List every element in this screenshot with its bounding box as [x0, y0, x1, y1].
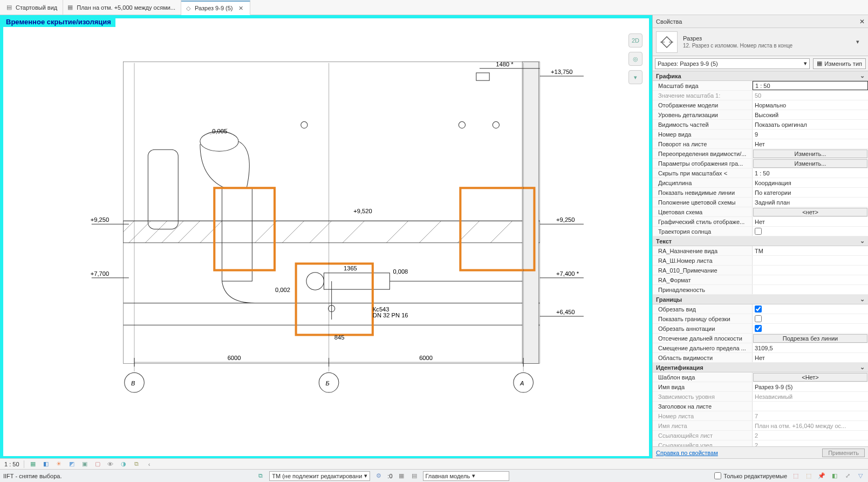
collapse-icon[interactable]: ⌄ — [860, 296, 865, 303]
prop-val-crop[interactable] — [753, 304, 868, 314]
prop-val-partvis[interactable]: Показать оригинал — [753, 120, 868, 129]
prop-val-ra-note[interactable] — [753, 266, 868, 275]
color-scheme-button[interactable]: <нет> — [753, 208, 867, 216]
svg-point-23 — [306, 273, 324, 290]
prop-val-colorpos[interactable]: Задний план — [753, 198, 868, 207]
edit-type-icon: ▦ — [817, 60, 822, 67]
prop-val-disc[interactable]: Координация — [753, 178, 868, 187]
tab-section-active[interactable]: ◇ Разрез 9-9 (5) ✕ — [181, 1, 250, 15]
close-icon[interactable]: ✕ — [859, 18, 865, 25]
svg-rect-20 — [522, 62, 538, 364]
chevron-down-icon: ▾ — [804, 60, 807, 67]
select-pinned-icon[interactable]: 📌 — [817, 472, 826, 480]
prop-val-ra-sheet[interactable] — [753, 256, 868, 265]
crop-icon[interactable]: ▣ — [80, 460, 89, 469]
instance-combo[interactable]: Разрез: Разрез 9-9 (5) ▾ — [655, 58, 810, 69]
workset-combo[interactable]: ТМ (не подлежит редактировани ▾ — [269, 471, 370, 481]
prop-val-ra-fmt[interactable] — [753, 275, 868, 284]
prop-val-sun[interactable] — [753, 227, 868, 236]
prop-val-belong[interactable] — [753, 285, 868, 294]
crop-region-icon[interactable]: ▢ — [93, 460, 102, 469]
display-options-button[interactable]: Изменить... — [753, 159, 867, 168]
chevron-down-icon[interactable]: ▾ — [856, 38, 865, 45]
prop-val-faroff[interactable]: 3109,5 — [753, 343, 868, 352]
prop-key-hidden: Показать невидимые линии — [653, 188, 753, 197]
nav-more-button[interactable]: ▾ — [628, 70, 643, 84]
detail-level-icon[interactable]: ▦ — [29, 460, 37, 469]
prop-val-cropann[interactable] — [753, 324, 868, 333]
viewcube-2d-button[interactable]: 2D — [628, 33, 643, 47]
tab-plan[interactable]: ▦ План на отм. +5,000 между осями... — [63, 0, 181, 15]
filter-icon[interactable]: ▽ — [856, 472, 865, 480]
prop-val-rot[interactable]: Нет — [753, 139, 868, 148]
visual-style-icon[interactable]: ◧ — [42, 460, 50, 469]
apply-button[interactable]: Применить — [822, 449, 865, 457]
temporary-hide-icon[interactable]: 👁 — [106, 460, 115, 469]
drawing-canvas[interactable]: Временное скрытие/изоляция 2D ◎ ▾ — [0, 15, 652, 458]
model-groups-icon[interactable]: ▦ — [397, 472, 406, 480]
prop-val-gstyle[interactable]: Нет — [753, 217, 868, 226]
view-scale[interactable]: 1 : 50 — [4, 461, 19, 467]
properties-help-link[interactable]: Справка по свойствам — [656, 450, 718, 456]
editable-filter-icon[interactable]: ⚙ — [374, 472, 383, 480]
group-ident[interactable]: Идентификация⌄ — [653, 363, 868, 372]
workset-icon[interactable]: ⧉ — [256, 472, 265, 480]
svg-line-17 — [490, 221, 512, 243]
select-underlay-icon[interactable]: ⬚ — [804, 472, 813, 480]
properties-list[interactable]: Графика⌄ Масштаб вида1 : 50 Значение мас… — [653, 71, 868, 446]
shadows-icon[interactable]: ◩ — [67, 460, 76, 469]
edit-type-button[interactable]: ▦ Изменить тип — [813, 58, 866, 69]
prop-val-modeldisp[interactable]: Нормально — [753, 100, 868, 110]
svg-rect-22 — [222, 188, 252, 281]
prop-val-hidden[interactable]: По категории — [753, 188, 868, 197]
workset-label: ТМ (не подлежит редактировани — [272, 473, 362, 479]
reveal-hidden-icon[interactable]: ◑ — [119, 460, 128, 469]
group-graphics[interactable]: Графика⌄ — [653, 71, 868, 81]
group-bounds[interactable]: Границы⌄ — [653, 295, 868, 304]
select-links-icon[interactable]: ⬚ — [791, 472, 800, 480]
group-text[interactable]: Текст⌄ — [653, 236, 868, 246]
design-options-icon[interactable]: ▤ — [410, 472, 419, 480]
collapse-icon[interactable]: ⌄ — [860, 364, 865, 371]
prop-val-scale[interactable]: 1 : 50 — [753, 81, 868, 90]
select-face-icon[interactable]: ◧ — [830, 472, 839, 480]
prop-key-viewnum: Номер вида — [653, 130, 753, 139]
prop-key-gstyle: Графический стиль отображе... — [653, 217, 753, 226]
prop-key-sun: Траектория солнца — [653, 227, 753, 236]
prop-key-tmpl: Шаблон вида — [653, 372, 753, 382]
show-crop-checkbox[interactable] — [755, 315, 762, 322]
nav-left-icon[interactable]: ‹ — [145, 460, 154, 469]
editable-only-input[interactable] — [714, 472, 721, 479]
section-drawing: 6000 6000 В Б А +9,250 +7,700 +9,250 +7,… — [36, 40, 617, 424]
sun-path-icon[interactable]: ☀ — [54, 460, 63, 469]
sun-path-checkbox[interactable] — [755, 228, 762, 235]
far-clip-button[interactable]: Подрезка без линии — [753, 334, 867, 343]
editable-only-checkbox[interactable]: Только редактируемые — [714, 472, 787, 479]
visibility-overrides-button[interactable]: Изменить... — [753, 150, 867, 158]
prop-val-viewnum[interactable]: 9 — [753, 130, 868, 139]
crop-annotations-checkbox[interactable] — [755, 325, 762, 332]
crop-view-checkbox[interactable] — [755, 306, 762, 313]
prop-key-disc: Дисциплина — [653, 178, 753, 187]
svg-point-29 — [301, 121, 307, 128]
drag-elements-icon[interactable]: ⤢ — [843, 472, 852, 480]
view-template-button[interactable]: <Нет> — [753, 373, 867, 382]
prop-val-scope[interactable]: Нет — [753, 353, 868, 362]
close-icon[interactable]: ✕ — [238, 5, 244, 11]
collapse-icon[interactable]: ⌄ — [860, 72, 865, 79]
prop-val-showcrop[interactable] — [753, 314, 868, 323]
worksharing-display-icon[interactable]: ⧉ — [132, 460, 141, 469]
collapse-icon[interactable]: ⌄ — [860, 237, 865, 245]
prop-val-detail[interactable]: Высокий — [753, 110, 868, 119]
prop-val-shname: План на отм. +16,040 между ос... — [753, 421, 868, 430]
prop-val-vname[interactable]: Разрез 9-9 (5) — [753, 382, 868, 391]
prop-val-shtitle[interactable] — [753, 402, 868, 411]
selection-count: :0 — [387, 473, 392, 479]
svg-line-9 — [200, 221, 222, 243]
nav-wheel-button[interactable]: ◎ — [628, 52, 643, 66]
prop-val-ra-purpose[interactable]: ТМ — [753, 246, 868, 255]
type-selector[interactable]: Разрез 12. Разрез с изломом. Номер листа… — [653, 28, 868, 56]
prop-val-hidescale[interactable]: 1 : 50 — [753, 168, 868, 178]
design-option-combo[interactable]: Главная модель ▾ — [423, 471, 509, 481]
tab-start-view[interactable]: ▤ Стартовый вид — [2, 0, 63, 15]
